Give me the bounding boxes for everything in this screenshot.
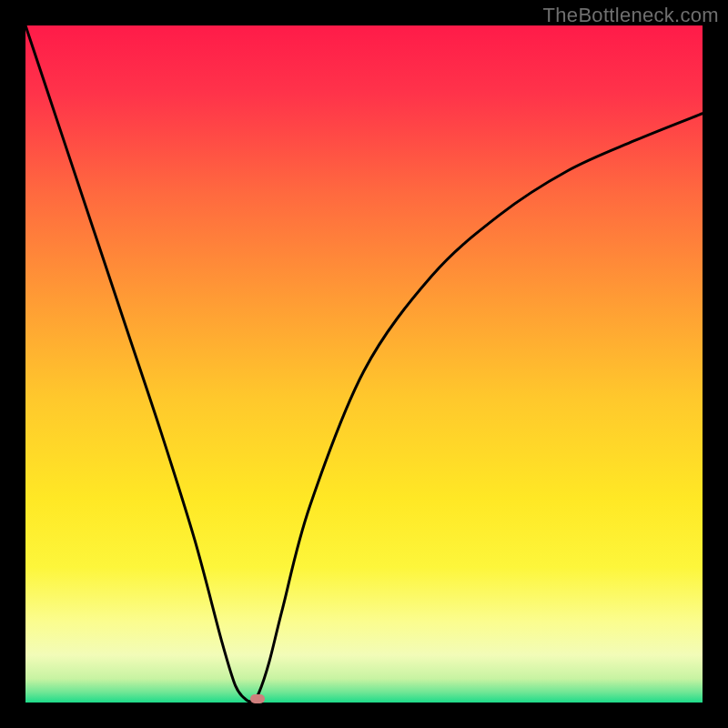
bottleneck-curve [25,25,703,703]
chart-frame [25,25,703,703]
optimal-point-marker [250,694,265,703]
watermark: TheBottleneck.com [543,4,719,27]
